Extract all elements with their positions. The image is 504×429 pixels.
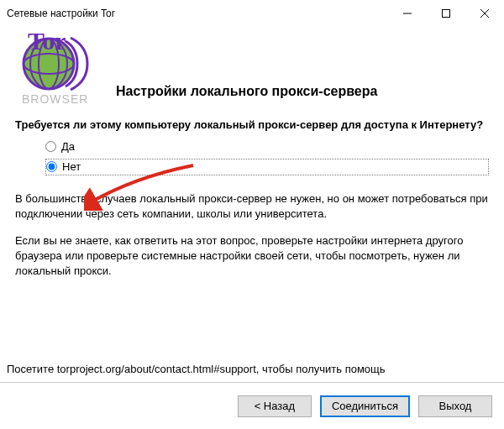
description-line-1: В большинстве случаев локальный прокси-с… xyxy=(15,191,489,222)
svg-text:BROWSER: BROWSER xyxy=(22,92,88,106)
maximize-button[interactable] xyxy=(427,1,465,26)
svg-text:Tor: Tor xyxy=(28,27,66,55)
window-title: Сетевые настройки Tor xyxy=(7,8,388,19)
tor-logo: Tor BROWSER xyxy=(15,26,99,106)
minimize-icon xyxy=(403,9,412,18)
option-yes-label: Да xyxy=(61,140,75,153)
window: Сетевые настройки Tor xyxy=(0,0,504,429)
description: В большинстве случаев локальный прокси-с… xyxy=(15,191,489,280)
option-no[interactable]: Нет xyxy=(45,159,489,175)
title-bar: Сетевые настройки Tor xyxy=(0,1,504,26)
option-yes[interactable]: Да xyxy=(45,138,489,156)
radio-yes[interactable] xyxy=(45,141,56,152)
radio-no[interactable] xyxy=(46,161,57,172)
exit-button[interactable]: Выход xyxy=(418,395,492,417)
help-link[interactable]: Посетите torproject.org/about/contact.ht… xyxy=(7,363,386,375)
header-row: Tor BROWSER Настройки локального прокси-… xyxy=(15,26,489,106)
svg-rect-1 xyxy=(443,10,450,18)
close-button[interactable] xyxy=(465,1,504,26)
connect-button-label: Соединиться xyxy=(332,400,398,412)
button-bar: < Назад Соединиться Выход xyxy=(0,382,504,429)
connect-button[interactable]: Соединиться xyxy=(320,395,410,417)
client-area: Tor BROWSER Настройки локального прокси-… xyxy=(0,26,504,382)
option-no-label: Нет xyxy=(62,160,81,173)
exit-button-label: Выход xyxy=(439,400,472,412)
close-icon xyxy=(480,9,489,18)
question-text: Требуется ли этому компьютеру локальный … xyxy=(15,118,489,133)
page-title: Настройки локального прокси-сервера xyxy=(99,84,377,106)
back-button[interactable]: < Назад xyxy=(238,395,312,417)
description-line-2: Если вы не знаете, как ответить на этот … xyxy=(15,233,489,280)
option-no-row: Нет xyxy=(45,158,489,176)
options-group: Да Нет xyxy=(45,138,489,176)
window-controls xyxy=(388,1,504,26)
back-button-label: < Назад xyxy=(255,400,295,412)
minimize-button[interactable] xyxy=(388,1,427,26)
maximize-icon xyxy=(442,9,450,18)
